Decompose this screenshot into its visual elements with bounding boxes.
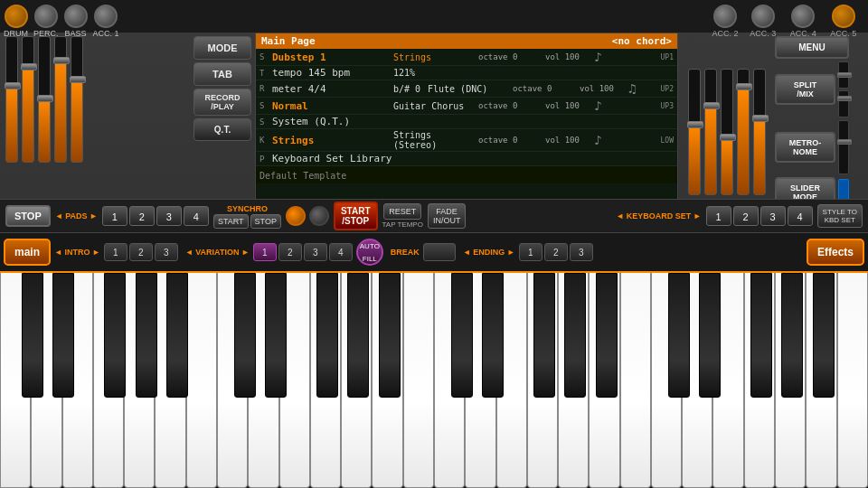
black-key-cs2[interactable] xyxy=(234,273,256,398)
black-key-cs1[interactable] xyxy=(22,273,43,398)
black-key-fs4[interactable] xyxy=(750,273,772,398)
variation-btn-3[interactable]: 3 xyxy=(304,243,327,261)
main-button[interactable]: main xyxy=(4,239,51,266)
break-button[interactable] xyxy=(423,243,456,261)
rslider-5-handle[interactable] xyxy=(752,115,769,122)
lower-knob[interactable] xyxy=(713,5,737,28)
black-key-ds1[interactable] xyxy=(52,273,74,398)
sm-slider-2[interactable] xyxy=(838,90,849,117)
black-key-gs3[interactable] xyxy=(564,273,586,398)
black-key-cs4[interactable] xyxy=(668,273,690,398)
start-stop-button[interactable]: START/STOP xyxy=(334,202,378,230)
intro-btn-3[interactable]: 3 xyxy=(155,243,178,261)
row-1[interactable]: S Dubstep 1 Strings octave 0 vol 100 ♪ U… xyxy=(256,49,677,66)
sm-handle-1[interactable] xyxy=(837,72,852,78)
record-play-button[interactable]: RECORD/PLAY xyxy=(193,89,251,116)
black-key-as3[interactable] xyxy=(596,273,618,398)
ending-btn-3[interactable]: 3 xyxy=(570,243,593,261)
white-key-b2[interactable] xyxy=(403,273,434,488)
sm-slider-1[interactable] xyxy=(838,61,849,89)
stop-button[interactable]: STOP xyxy=(5,205,51,227)
pad1-knob[interactable] xyxy=(5,5,28,28)
rslider-1-handle[interactable] xyxy=(687,121,703,128)
pad-num-2[interactable]: 2 xyxy=(129,206,155,226)
black-key-gs2[interactable] xyxy=(347,273,369,398)
slider-3-track[interactable] xyxy=(38,36,51,163)
rslider-2-track[interactable] xyxy=(704,69,717,195)
pad3-knob[interactable] xyxy=(64,5,88,28)
white-key-b1[interactable] xyxy=(186,273,217,488)
pad4-knob[interactable] xyxy=(94,5,118,28)
menu-button[interactable]: MENU xyxy=(775,36,849,59)
qt-button[interactable]: Q.T. xyxy=(193,118,251,141)
slider-4-track[interactable] xyxy=(54,36,67,163)
black-key-fs3[interactable] xyxy=(533,273,555,398)
intro-btn-1[interactable]: 1 xyxy=(104,243,127,261)
pad-num-4[interactable]: 4 xyxy=(184,206,209,226)
kbd-num-4[interactable]: 4 xyxy=(788,206,813,226)
split-mix-button[interactable]: SPLIT/MIX xyxy=(775,74,835,105)
mode-button[interactable]: MODE xyxy=(193,36,251,60)
row-5[interactable]: S System (Q.T.) xyxy=(256,115,677,129)
black-key-fs1[interactable] xyxy=(104,273,126,398)
tab-button[interactable]: TAB xyxy=(193,62,251,86)
pad-num-3[interactable]: 3 xyxy=(156,206,182,226)
auto-fill-button[interactable]: AUTOFILL xyxy=(356,239,383,266)
pad-num-1[interactable]: 1 xyxy=(102,206,127,226)
black-key-gs1[interactable] xyxy=(136,273,157,398)
reset-button[interactable]: RESET xyxy=(383,203,421,220)
slider-4-handle[interactable] xyxy=(53,57,70,64)
upper1-knob[interactable] xyxy=(832,5,855,28)
rslider-1-track[interactable] xyxy=(688,69,701,195)
sm-handle-2[interactable] xyxy=(837,96,852,101)
slider-3-handle[interactable] xyxy=(37,95,53,102)
black-key-cs3[interactable] xyxy=(451,273,473,398)
white-key-b3[interactable] xyxy=(620,273,651,488)
slider-2-track[interactable] xyxy=(22,36,34,163)
slider-5-handle[interactable] xyxy=(70,76,86,83)
effects-button[interactable]: Effects xyxy=(807,239,864,266)
kbd-num-2[interactable]: 2 xyxy=(733,206,759,226)
slider-1-handle[interactable] xyxy=(5,82,21,89)
black-key-ds2[interactable] xyxy=(265,273,287,398)
rslider-4-track[interactable] xyxy=(737,69,750,195)
slider-5-track[interactable] xyxy=(71,36,83,163)
upper2-knob[interactable] xyxy=(791,5,815,28)
black-key-ds4[interactable] xyxy=(699,273,721,398)
variation-btn-2[interactable]: 2 xyxy=(278,243,302,261)
black-key-fs2[interactable] xyxy=(316,273,338,398)
kbd-num-1[interactable]: 1 xyxy=(706,206,731,226)
black-key-as2[interactable] xyxy=(379,273,401,398)
black-key-as4[interactable] xyxy=(813,273,835,398)
row-6[interactable]: K Strings Strings (Stereo) octave 0 vol … xyxy=(256,129,677,152)
fade-inout-button[interactable]: FADEIN/OUT xyxy=(428,203,467,229)
row-4[interactable]: S Normal Guitar Chorus octave 0 vol 100 … xyxy=(256,98,677,115)
slider-2-handle[interactable] xyxy=(21,63,37,70)
metro-slider[interactable] xyxy=(838,120,849,174)
synchro-circle-1[interactable] xyxy=(286,206,306,226)
upper3-knob[interactable] xyxy=(751,5,775,28)
rslider-3-handle[interactable] xyxy=(720,134,736,141)
variation-btn-1[interactable]: 1 xyxy=(253,243,277,261)
ending-btn-1[interactable]: 1 xyxy=(519,243,542,261)
style-to-kbd-button[interactable]: STYLE TOKBD SET xyxy=(817,204,863,228)
black-key-ds3[interactable] xyxy=(482,273,504,398)
pad2-knob[interactable] xyxy=(34,5,58,28)
row-3[interactable]: R meter 4/4 b/# 0 Flute (DNC) octave 0 v… xyxy=(256,80,677,98)
row-7[interactable]: P Keyboard Set Library xyxy=(256,152,677,166)
intro-btn-2[interactable]: 2 xyxy=(129,243,153,261)
white-key-b4[interactable] xyxy=(837,273,868,488)
metro-handle[interactable] xyxy=(837,139,852,145)
metronome-button[interactable]: METRO-NOME xyxy=(775,132,835,163)
row-2[interactable]: T tempo 145 bpm 121% xyxy=(256,66,677,80)
variation-btn-4[interactable]: 4 xyxy=(329,243,353,261)
rslider-2-handle[interactable] xyxy=(703,102,720,109)
synchro-stop-button[interactable]: STOP xyxy=(250,214,281,229)
synchro-start-button[interactable]: START xyxy=(213,214,249,229)
kbd-num-3[interactable]: 3 xyxy=(760,206,786,226)
rslider-3-track[interactable] xyxy=(721,69,733,195)
black-key-gs4[interactable] xyxy=(781,273,803,398)
synchro-circle-2[interactable] xyxy=(309,206,329,226)
black-key-as1[interactable] xyxy=(166,273,188,398)
slider-1-track[interactable] xyxy=(5,36,18,163)
